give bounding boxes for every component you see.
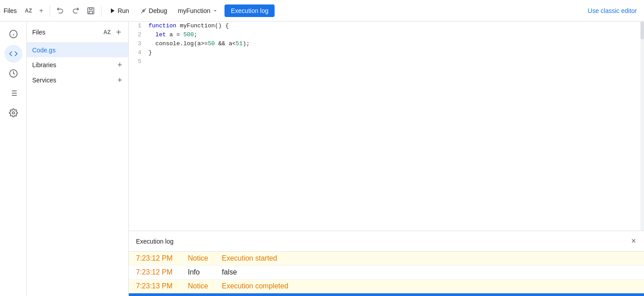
code-gs-label: Code.gs [32,47,55,54]
undo-button[interactable] [54,5,67,17]
log-message: Execution started [222,254,277,262]
log-message: Execution completed [222,282,288,290]
services-label: Services [32,77,56,84]
log-time: 7:23:12 PM [136,254,181,262]
code-line-3: 3 console.log(a>=50 && a<51); [129,39,644,48]
file-panel-title: Files [32,29,46,36]
code-line-4: 4 } [129,48,644,57]
main-area: Files AZ + Code.gs Libraries + Services … [0,21,644,296]
file-add-button[interactable]: + [114,27,123,38]
toolbar-title: Files [4,7,17,14]
libraries-add-button[interactable]: + [116,61,123,69]
line-number-1: 1 [129,21,147,30]
file-panel-icons: AZ + [102,27,123,38]
code-line-1: 1 function myFunction() { [129,21,644,30]
line-content-2: let a = 500; [147,30,644,39]
toolbar-left: Files AZ + Run Debug myFunction Executio… [4,4,582,17]
sort-button[interactable]: AZ [22,6,35,16]
debug-label: Debug [149,7,167,14]
log-time: 7:23:12 PM [136,268,181,276]
line-content-4: } [147,48,644,57]
redo-button[interactable] [69,5,82,17]
log-time: 7:23:13 PM [136,282,181,290]
editor-scrollbar[interactable] [640,21,644,231]
execution-log-panel: Execution log × 7:23:12 PMNoticeExecutio… [129,231,644,296]
execution-log-button[interactable]: Execution log [225,4,275,17]
editor-scrollbar-thumb[interactable] [640,21,644,39]
editor-area: 1 function myFunction() { 2 let a = 500;… [129,21,644,296]
services-add-button[interactable]: + [116,76,123,84]
triggers-sidebar-btn[interactable] [4,64,22,82]
exec-log-header: Execution log × [129,231,644,252]
line-number-3: 3 [129,39,147,48]
code-line-2: 2 let a = 500; [129,30,644,39]
log-entries: 7:23:12 PMNoticeExecution started7:23:12… [129,252,644,293]
libraries-section[interactable]: Libraries + [27,57,128,73]
exec-log-title: Execution log [136,238,174,245]
function-name: myFunction [178,7,210,14]
debug-button[interactable]: Debug [136,5,172,16]
libraries-label: Libraries [32,61,56,69]
log-row: 7:23:12 PMInfofalse [129,266,644,279]
add-file-button[interactable]: + [37,5,46,17]
log-level: Notice [188,254,215,262]
save-button[interactable] [84,5,97,17]
code-gs-file[interactable]: Code.gs [27,43,128,57]
settings-sidebar-btn[interactable] [4,104,22,122]
log-level: Info [188,268,215,276]
function-selector[interactable]: myFunction [174,5,223,16]
icon-sidebar [0,21,27,296]
code-sidebar-btn[interactable] [4,45,22,63]
classic-editor-link[interactable]: Use classic editor [584,5,640,16]
exec-log-close-button[interactable]: × [630,236,637,247]
svg-marker-2 [111,8,114,13]
toolbar-divider-1 [50,5,50,16]
log-message: false [222,268,237,276]
code-line-5: 5 [129,57,644,66]
svg-point-14 [12,112,14,114]
run-label: Run [118,7,129,14]
line-content-1: function myFunction() { [147,21,644,30]
file-panel: Files AZ + Code.gs Libraries + Services … [27,21,129,296]
line-content-5 [147,57,644,66]
line-number-4: 4 [129,48,147,57]
toolbar: Files AZ + Run Debug myFunction Executio… [0,0,644,21]
svg-rect-1 [89,11,93,13]
log-row: 7:23:12 PMNoticeExecution started [129,252,644,266]
services-section[interactable]: Services + [27,73,128,88]
file-sort-button[interactable]: AZ [102,28,112,36]
line-content-3: console.log(a>=50 && a<51); [147,39,644,48]
line-number-5: 5 [129,57,147,66]
info-sidebar-btn[interactable] [4,25,22,43]
file-panel-header: Files AZ + [27,21,128,43]
log-row: 7:23:13 PMNoticeExecution completed [129,279,644,293]
code-table: 1 function myFunction() { 2 let a = 500;… [129,21,644,66]
line-number-2: 2 [129,30,147,39]
log-level: Notice [188,282,215,290]
run-button[interactable]: Run [105,5,134,16]
exec-log-bottom-bar [129,293,644,296]
editor-container[interactable]: 1 function myFunction() { 2 let a = 500;… [129,21,644,231]
executions-sidebar-btn[interactable] [4,84,22,102]
toolbar-divider-2 [101,5,102,16]
